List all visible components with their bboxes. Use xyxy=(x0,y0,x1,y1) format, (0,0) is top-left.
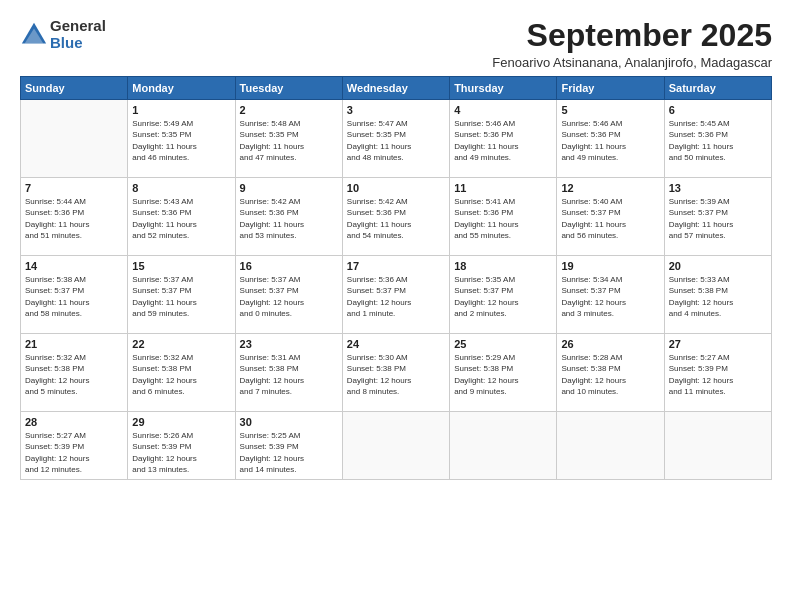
day-number: 24 xyxy=(347,338,445,350)
table-row xyxy=(21,100,128,178)
day-number: 29 xyxy=(132,416,230,428)
day-info: Sunrise: 5:39 AM Sunset: 5:37 PM Dayligh… xyxy=(669,196,767,241)
header-row: Sunday Monday Tuesday Wednesday Thursday… xyxy=(21,77,772,100)
table-row: 17Sunrise: 5:36 AM Sunset: 5:37 PM Dayli… xyxy=(342,256,449,334)
day-number: 15 xyxy=(132,260,230,272)
day-info: Sunrise: 5:28 AM Sunset: 5:38 PM Dayligh… xyxy=(561,352,659,397)
calendar-week-1: 1Sunrise: 5:49 AM Sunset: 5:35 PM Daylig… xyxy=(21,100,772,178)
day-info: Sunrise: 5:32 AM Sunset: 5:38 PM Dayligh… xyxy=(25,352,123,397)
logo-text: General Blue xyxy=(50,18,106,51)
day-number: 10 xyxy=(347,182,445,194)
table-row: 21Sunrise: 5:32 AM Sunset: 5:38 PM Dayli… xyxy=(21,334,128,412)
day-number: 1 xyxy=(132,104,230,116)
day-number: 4 xyxy=(454,104,552,116)
day-info: Sunrise: 5:35 AM Sunset: 5:37 PM Dayligh… xyxy=(454,274,552,319)
table-row: 25Sunrise: 5:29 AM Sunset: 5:38 PM Dayli… xyxy=(450,334,557,412)
day-info: Sunrise: 5:33 AM Sunset: 5:38 PM Dayligh… xyxy=(669,274,767,319)
table-row: 28Sunrise: 5:27 AM Sunset: 5:39 PM Dayli… xyxy=(21,412,128,480)
col-wednesday: Wednesday xyxy=(342,77,449,100)
day-info: Sunrise: 5:48 AM Sunset: 5:35 PM Dayligh… xyxy=(240,118,338,163)
calendar-week-3: 14Sunrise: 5:38 AM Sunset: 5:37 PM Dayli… xyxy=(21,256,772,334)
table-row: 10Sunrise: 5:42 AM Sunset: 5:36 PM Dayli… xyxy=(342,178,449,256)
col-monday: Monday xyxy=(128,77,235,100)
table-row: 22Sunrise: 5:32 AM Sunset: 5:38 PM Dayli… xyxy=(128,334,235,412)
col-tuesday: Tuesday xyxy=(235,77,342,100)
table-row: 9Sunrise: 5:42 AM Sunset: 5:36 PM Daylig… xyxy=(235,178,342,256)
day-number: 2 xyxy=(240,104,338,116)
table-row xyxy=(664,412,771,480)
day-number: 11 xyxy=(454,182,552,194)
day-number: 25 xyxy=(454,338,552,350)
table-row: 30Sunrise: 5:25 AM Sunset: 5:39 PM Dayli… xyxy=(235,412,342,480)
day-number: 19 xyxy=(561,260,659,272)
table-row xyxy=(450,412,557,480)
month-title: September 2025 xyxy=(492,18,772,53)
day-info: Sunrise: 5:38 AM Sunset: 5:37 PM Dayligh… xyxy=(25,274,123,319)
day-number: 3 xyxy=(347,104,445,116)
table-row: 15Sunrise: 5:37 AM Sunset: 5:37 PM Dayli… xyxy=(128,256,235,334)
table-row: 3Sunrise: 5:47 AM Sunset: 5:35 PM Daylig… xyxy=(342,100,449,178)
table-row: 13Sunrise: 5:39 AM Sunset: 5:37 PM Dayli… xyxy=(664,178,771,256)
calendar-week-2: 7Sunrise: 5:44 AM Sunset: 5:36 PM Daylig… xyxy=(21,178,772,256)
day-number: 27 xyxy=(669,338,767,350)
calendar-table: Sunday Monday Tuesday Wednesday Thursday… xyxy=(20,76,772,480)
table-row: 18Sunrise: 5:35 AM Sunset: 5:37 PM Dayli… xyxy=(450,256,557,334)
day-number: 16 xyxy=(240,260,338,272)
logo: General Blue xyxy=(20,18,106,51)
day-info: Sunrise: 5:49 AM Sunset: 5:35 PM Dayligh… xyxy=(132,118,230,163)
day-number: 21 xyxy=(25,338,123,350)
table-row: 29Sunrise: 5:26 AM Sunset: 5:39 PM Dayli… xyxy=(128,412,235,480)
day-number: 14 xyxy=(25,260,123,272)
day-info: Sunrise: 5:45 AM Sunset: 5:36 PM Dayligh… xyxy=(669,118,767,163)
table-row xyxy=(342,412,449,480)
day-number: 8 xyxy=(132,182,230,194)
day-info: Sunrise: 5:36 AM Sunset: 5:37 PM Dayligh… xyxy=(347,274,445,319)
table-row: 16Sunrise: 5:37 AM Sunset: 5:37 PM Dayli… xyxy=(235,256,342,334)
day-number: 5 xyxy=(561,104,659,116)
calendar-week-5: 28Sunrise: 5:27 AM Sunset: 5:39 PM Dayli… xyxy=(21,412,772,480)
logo-general: General xyxy=(50,18,106,35)
day-info: Sunrise: 5:26 AM Sunset: 5:39 PM Dayligh… xyxy=(132,430,230,475)
table-row: 1Sunrise: 5:49 AM Sunset: 5:35 PM Daylig… xyxy=(128,100,235,178)
day-info: Sunrise: 5:30 AM Sunset: 5:38 PM Dayligh… xyxy=(347,352,445,397)
day-info: Sunrise: 5:29 AM Sunset: 5:38 PM Dayligh… xyxy=(454,352,552,397)
day-info: Sunrise: 5:40 AM Sunset: 5:37 PM Dayligh… xyxy=(561,196,659,241)
day-number: 17 xyxy=(347,260,445,272)
day-info: Sunrise: 5:46 AM Sunset: 5:36 PM Dayligh… xyxy=(454,118,552,163)
day-number: 22 xyxy=(132,338,230,350)
day-number: 13 xyxy=(669,182,767,194)
table-row: 12Sunrise: 5:40 AM Sunset: 5:37 PM Dayli… xyxy=(557,178,664,256)
table-row: 27Sunrise: 5:27 AM Sunset: 5:39 PM Dayli… xyxy=(664,334,771,412)
day-number: 28 xyxy=(25,416,123,428)
table-row: 6Sunrise: 5:45 AM Sunset: 5:36 PM Daylig… xyxy=(664,100,771,178)
table-row: 14Sunrise: 5:38 AM Sunset: 5:37 PM Dayli… xyxy=(21,256,128,334)
day-info: Sunrise: 5:42 AM Sunset: 5:36 PM Dayligh… xyxy=(240,196,338,241)
day-number: 9 xyxy=(240,182,338,194)
table-row xyxy=(557,412,664,480)
day-number: 12 xyxy=(561,182,659,194)
location-subtitle: Fenoarivo Atsinanana, Analanjirofo, Mada… xyxy=(492,55,772,70)
day-info: Sunrise: 5:43 AM Sunset: 5:36 PM Dayligh… xyxy=(132,196,230,241)
day-info: Sunrise: 5:46 AM Sunset: 5:36 PM Dayligh… xyxy=(561,118,659,163)
logo-icon xyxy=(20,21,48,49)
table-row: 19Sunrise: 5:34 AM Sunset: 5:37 PM Dayli… xyxy=(557,256,664,334)
col-sunday: Sunday xyxy=(21,77,128,100)
day-number: 6 xyxy=(669,104,767,116)
logo-blue: Blue xyxy=(50,35,106,52)
day-number: 26 xyxy=(561,338,659,350)
day-info: Sunrise: 5:41 AM Sunset: 5:36 PM Dayligh… xyxy=(454,196,552,241)
table-row: 11Sunrise: 5:41 AM Sunset: 5:36 PM Dayli… xyxy=(450,178,557,256)
table-row: 7Sunrise: 5:44 AM Sunset: 5:36 PM Daylig… xyxy=(21,178,128,256)
day-number: 30 xyxy=(240,416,338,428)
table-row: 8Sunrise: 5:43 AM Sunset: 5:36 PM Daylig… xyxy=(128,178,235,256)
day-info: Sunrise: 5:25 AM Sunset: 5:39 PM Dayligh… xyxy=(240,430,338,475)
day-info: Sunrise: 5:27 AM Sunset: 5:39 PM Dayligh… xyxy=(669,352,767,397)
table-row: 26Sunrise: 5:28 AM Sunset: 5:38 PM Dayli… xyxy=(557,334,664,412)
day-number: 7 xyxy=(25,182,123,194)
day-info: Sunrise: 5:27 AM Sunset: 5:39 PM Dayligh… xyxy=(25,430,123,475)
page: General Blue September 2025 Fenoarivo At… xyxy=(0,0,792,612)
day-number: 23 xyxy=(240,338,338,350)
table-row: 24Sunrise: 5:30 AM Sunset: 5:38 PM Dayli… xyxy=(342,334,449,412)
day-info: Sunrise: 5:44 AM Sunset: 5:36 PM Dayligh… xyxy=(25,196,123,241)
table-row: 2Sunrise: 5:48 AM Sunset: 5:35 PM Daylig… xyxy=(235,100,342,178)
